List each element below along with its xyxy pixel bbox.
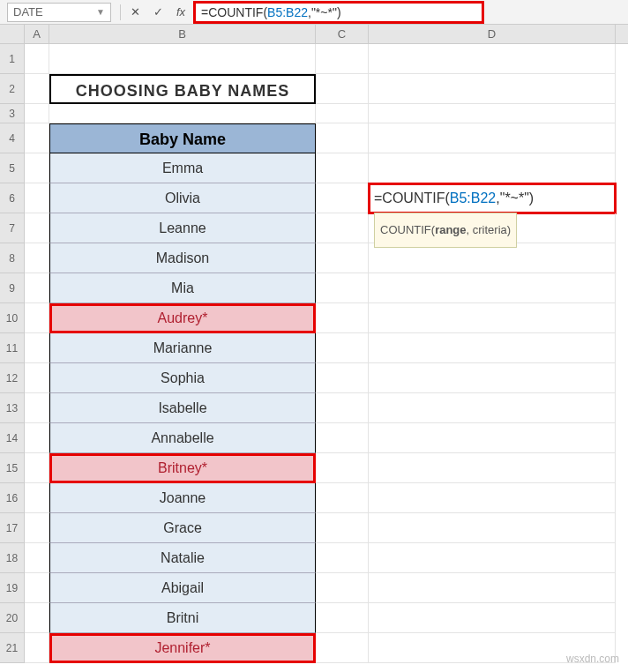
col-header-C[interactable]: C bbox=[316, 25, 369, 43]
row-header[interactable]: 20 bbox=[0, 603, 25, 633]
cell[interactable] bbox=[369, 573, 616, 603]
cell[interactable] bbox=[316, 303, 369, 333]
cell[interactable] bbox=[316, 573, 369, 603]
cell[interactable] bbox=[369, 123, 616, 153]
data-cell[interactable]: Abigail bbox=[49, 573, 316, 603]
cell[interactable] bbox=[25, 183, 49, 213]
cell[interactable] bbox=[25, 153, 49, 183]
cell[interactable] bbox=[25, 104, 49, 123]
cell[interactable] bbox=[25, 333, 49, 363]
cell[interactable] bbox=[25, 44, 49, 74]
cell[interactable] bbox=[25, 483, 49, 513]
col-header-D[interactable]: D bbox=[369, 25, 616, 43]
data-cell[interactable]: Jennifer* bbox=[49, 633, 316, 663]
cell[interactable] bbox=[25, 453, 49, 483]
page-title[interactable]: CHOOSING BABY NAMES bbox=[49, 74, 316, 104]
cell[interactable] bbox=[316, 513, 369, 543]
cell[interactable] bbox=[369, 243, 616, 273]
cell[interactable] bbox=[316, 123, 369, 153]
cell[interactable] bbox=[369, 153, 616, 183]
row-header[interactable]: 15 bbox=[0, 453, 25, 483]
row-header[interactable]: 9 bbox=[0, 273, 25, 303]
cell[interactable] bbox=[49, 104, 316, 123]
fx-icon[interactable]: fx bbox=[170, 3, 191, 22]
table-header[interactable]: Baby Name bbox=[49, 123, 316, 153]
cell[interactable] bbox=[316, 483, 369, 513]
cell[interactable] bbox=[316, 183, 369, 213]
cell[interactable] bbox=[316, 153, 369, 183]
cell[interactable] bbox=[25, 123, 49, 153]
cell[interactable] bbox=[25, 303, 49, 333]
cell[interactable] bbox=[316, 213, 369, 243]
cancel-icon[interactable]: ✕ bbox=[124, 3, 146, 22]
col-header-A[interactable]: A bbox=[25, 25, 49, 43]
active-cell-edit[interactable]: =COUNTIF(B5:B22,"*~*")COUNTIF(range, cri… bbox=[369, 183, 616, 213]
cell[interactable] bbox=[369, 303, 616, 333]
cell[interactable] bbox=[25, 423, 49, 453]
cell[interactable] bbox=[369, 513, 616, 543]
cell[interactable] bbox=[369, 363, 616, 393]
cell[interactable] bbox=[316, 74, 369, 104]
data-cell[interactable]: Audrey* bbox=[49, 303, 316, 333]
row-header[interactable]: 2 bbox=[0, 74, 25, 104]
cell[interactable] bbox=[316, 273, 369, 303]
cell[interactable] bbox=[316, 453, 369, 483]
formula-bar-input[interactable]: =COUNTIF(B5:B22,"*~*") bbox=[195, 3, 482, 22]
cell[interactable] bbox=[25, 74, 49, 104]
data-cell[interactable]: Britni bbox=[49, 603, 316, 633]
cell[interactable] bbox=[316, 333, 369, 363]
row-header[interactable]: 19 bbox=[0, 573, 25, 603]
cell[interactable] bbox=[25, 213, 49, 243]
row-header[interactable]: 3 bbox=[0, 104, 25, 123]
row-header[interactable]: 8 bbox=[0, 243, 25, 273]
data-cell[interactable]: Emma bbox=[49, 153, 316, 183]
cell[interactable] bbox=[25, 633, 49, 663]
cell[interactable] bbox=[316, 363, 369, 393]
cell[interactable] bbox=[369, 393, 616, 423]
row-header[interactable]: 18 bbox=[0, 543, 25, 573]
cell[interactable] bbox=[369, 603, 616, 633]
cell[interactable] bbox=[369, 44, 616, 74]
cell[interactable] bbox=[49, 44, 316, 74]
row-header[interactable]: 6 bbox=[0, 183, 25, 213]
row-header[interactable]: 12 bbox=[0, 363, 25, 393]
data-cell[interactable]: Mia bbox=[49, 273, 316, 303]
row-header[interactable]: 14 bbox=[0, 423, 25, 453]
cell[interactable] bbox=[369, 104, 616, 123]
data-cell[interactable]: Marianne bbox=[49, 333, 316, 363]
cell[interactable] bbox=[369, 453, 616, 483]
cell[interactable] bbox=[369, 333, 616, 363]
cell[interactable] bbox=[25, 273, 49, 303]
cell[interactable] bbox=[25, 363, 49, 393]
cell[interactable] bbox=[369, 273, 616, 303]
cell[interactable] bbox=[369, 423, 616, 453]
cell[interactable] bbox=[316, 243, 369, 273]
cell[interactable] bbox=[25, 543, 49, 573]
data-cell[interactable]: Madison bbox=[49, 243, 316, 273]
row-header[interactable]: 11 bbox=[0, 333, 25, 363]
row-header[interactable]: 4 bbox=[0, 123, 25, 153]
data-cell[interactable]: Annabelle bbox=[49, 423, 316, 453]
confirm-icon[interactable]: ✓ bbox=[147, 3, 168, 22]
data-cell[interactable]: Leanne bbox=[49, 213, 316, 243]
row-header[interactable]: 21 bbox=[0, 633, 25, 663]
row-header[interactable]: 17 bbox=[0, 513, 25, 543]
cell[interactable] bbox=[316, 543, 369, 573]
row-header[interactable]: 1 bbox=[0, 44, 25, 74]
select-all-corner[interactable] bbox=[0, 25, 25, 43]
col-header-B[interactable]: B bbox=[49, 25, 316, 43]
cell[interactable] bbox=[369, 543, 616, 573]
cell[interactable] bbox=[316, 44, 369, 74]
cell[interactable] bbox=[369, 74, 616, 104]
row-header[interactable]: 5 bbox=[0, 153, 25, 183]
cell[interactable] bbox=[316, 393, 369, 423]
row-header[interactable]: 7 bbox=[0, 213, 25, 243]
row-header[interactable]: 10 bbox=[0, 303, 25, 333]
data-cell[interactable]: Natalie bbox=[49, 543, 316, 573]
cell[interactable] bbox=[316, 633, 369, 663]
cell[interactable] bbox=[25, 243, 49, 273]
cell[interactable] bbox=[316, 104, 369, 123]
cell[interactable] bbox=[316, 603, 369, 633]
cell[interactable] bbox=[369, 483, 616, 513]
row-header[interactable]: 16 bbox=[0, 483, 25, 513]
